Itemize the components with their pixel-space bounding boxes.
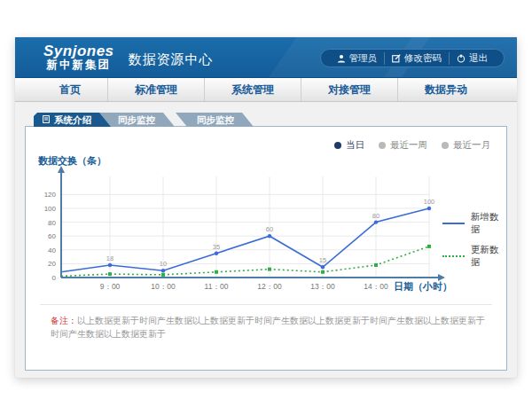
- svg-text:日期（小时）: 日期（小时）: [394, 281, 452, 293]
- svg-text:100: 100: [424, 198, 435, 206]
- svg-text:9：00: 9：00: [100, 282, 121, 291]
- svg-text:60: 60: [266, 225, 273, 233]
- nav-item-system-mgmt[interactable]: 系统管理: [204, 78, 301, 101]
- legend-line-dotted-icon: [442, 255, 465, 257]
- svg-text:数据交换（条）: 数据交换（条）: [37, 155, 106, 167]
- app-header: Synjones 新中新集团 数据资源中心 管理员 修改密码 退出: [15, 37, 517, 78]
- tab-system-intro[interactable]: 系统介绍: [34, 113, 111, 127]
- radio-icon: [334, 142, 341, 149]
- content-area: 系统介绍 同步监控 同步监控 当日 最近一周 最近一月: [15, 102, 517, 378]
- svg-text:11：00: 11：00: [205, 282, 229, 291]
- nav-item-standard-mgmt[interactable]: 标准管理: [107, 78, 204, 101]
- current-user-button[interactable]: 管理员: [330, 52, 385, 65]
- chart-legend: 新增数据 更新数据: [442, 211, 506, 269]
- tab-label: 系统介绍: [54, 113, 91, 127]
- note-divider: [40, 304, 492, 305]
- svg-text:20: 20: [48, 260, 56, 268]
- svg-text:14：00: 14：00: [364, 282, 388, 291]
- svg-text:15: 15: [319, 256, 326, 264]
- company-logo: Synjones 新中新集团: [43, 43, 114, 71]
- logout-button[interactable]: 退出: [449, 52, 495, 65]
- svg-text:18: 18: [106, 254, 113, 262]
- line-chart: 1810356015801000204060801001209：0010：001…: [35, 153, 478, 297]
- page-title: 数据资源中心: [129, 51, 214, 68]
- footnote: 备注：以上数据更新于时间产生数据以上数据更新于时间产生数据以上数据更新于时间产生…: [51, 314, 489, 340]
- tab-sync-monitor-2[interactable]: 同步监控: [176, 113, 254, 127]
- legend-label: 新增数据: [471, 211, 506, 236]
- main-nav: 首页 标准管理 系统管理 对接管理 数据异动: [15, 78, 517, 102]
- logout-label: 退出: [469, 52, 488, 65]
- filter-option-today[interactable]: 当日: [334, 139, 364, 152]
- logo-company-name: 新中新集团: [43, 59, 114, 71]
- svg-text:13：00: 13：00: [310, 282, 335, 291]
- svg-text:80: 80: [372, 212, 379, 220]
- filter-label: 当日: [346, 139, 364, 152]
- svg-text:100: 100: [44, 205, 57, 213]
- edit-icon: [392, 54, 401, 63]
- date-range-filter: 当日 最近一周 最近一月: [334, 139, 490, 152]
- change-password-label: 修改密码: [404, 52, 442, 65]
- radio-icon: [442, 142, 449, 149]
- svg-text:60: 60: [48, 232, 56, 240]
- legend-line-solid-icon: [442, 223, 465, 224]
- footnote-text: 以上数据更新于时间产生数据以上数据更新于时间产生数据以上数据更新于时间产生数据以…: [51, 316, 485, 339]
- line-chart-svg: 1810356015801000204060801001209：0010：001…: [35, 153, 478, 297]
- tab-bar: 系统介绍 同步监控 同步监控: [34, 113, 507, 127]
- svg-text:40: 40: [48, 246, 56, 254]
- user-icon: [337, 54, 346, 63]
- power-icon: [457, 54, 466, 63]
- nav-item-data-change[interactable]: 数据异动: [397, 78, 494, 101]
- legend-item-new-data: 新增数据: [442, 211, 506, 236]
- filter-option-last-month[interactable]: 最近一月: [442, 139, 490, 152]
- filter-option-last-week[interactable]: 最近一周: [379, 139, 427, 152]
- current-user-label: 管理员: [349, 52, 378, 65]
- nav-item-docking-mgmt[interactable]: 对接管理: [301, 78, 397, 101]
- svg-text:35: 35: [213, 243, 220, 251]
- svg-text:10: 10: [160, 260, 167, 268]
- footnote-prefix: 备注：: [51, 316, 77, 325]
- legend-item-updated-data: 更新数据: [442, 244, 506, 269]
- change-password-button[interactable]: 修改密码: [384, 52, 449, 65]
- logo-wordmark: Synjones: [43, 43, 114, 59]
- radio-icon: [379, 142, 386, 149]
- svg-text:10：00: 10：00: [151, 282, 176, 291]
- svg-text:80: 80: [48, 219, 56, 227]
- legend-label: 更新数据: [471, 244, 506, 269]
- svg-text:12：00: 12：00: [257, 282, 282, 291]
- svg-text:0: 0: [52, 274, 57, 282]
- nav-item-home[interactable]: 首页: [33, 78, 107, 101]
- filter-label: 最近一周: [390, 139, 427, 152]
- app-window: Synjones 新中新集团 数据资源中心 管理员 修改密码 退出: [15, 37, 517, 378]
- chart-panel: 当日 最近一周 最近一月 181035601580100020406080100…: [25, 126, 507, 371]
- user-menu: 管理员 修改密码 退出: [320, 49, 505, 67]
- document-icon: [43, 113, 50, 127]
- filter-label: 最近一月: [453, 139, 490, 152]
- svg-text:120: 120: [44, 191, 57, 199]
